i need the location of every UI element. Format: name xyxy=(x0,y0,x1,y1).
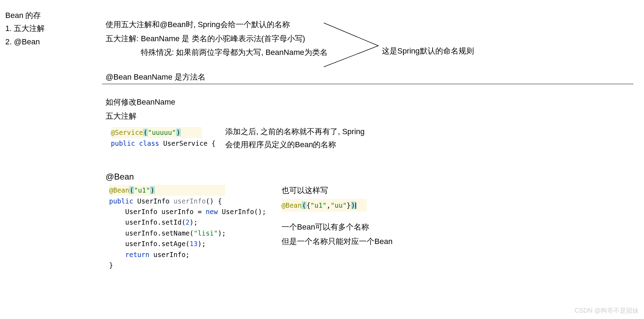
note-line: 一个Bean可以有多个名称 xyxy=(282,220,392,234)
horizontal-divider xyxy=(102,84,633,84)
method-name: userInfo xyxy=(173,197,206,205)
top-line-1: 使用五大注解和@Bean时, Spring会给一个默认的名称 xyxy=(106,18,633,32)
keyword-class: class xyxy=(139,139,159,147)
code-bean-method: @Bean("u1") public UserInfo userInfo() {… xyxy=(109,184,266,271)
code-text: ); xyxy=(198,240,206,248)
number-literal: 13 xyxy=(190,240,198,248)
code-text: UserInfo userInfo = xyxy=(125,208,206,215)
sec2-heading-1: 如何修改BeanName xyxy=(106,95,215,109)
note-line: 添加之后, 之前的名称就不再有了, Spring xyxy=(225,125,365,138)
annotation-arg: "u1" xyxy=(134,186,150,194)
top-line-4: @Bean BeanName 是方法名 xyxy=(106,70,633,84)
code-text: userInfo; xyxy=(149,251,189,258)
sec2-heading-2: 五大注解 xyxy=(106,109,215,123)
sidebar: Bean 的存 1. 五大注解 2. @Bean xyxy=(5,9,45,48)
keyword-public: public xyxy=(109,197,133,205)
cursor-icon xyxy=(355,202,356,209)
annotation: @Bean xyxy=(282,201,302,209)
sec3-right: 也可以这样写 @Bean({"u1","uu"}) 一个Bean可以有多个名称 … xyxy=(282,183,392,249)
code-text: userInfo.setName( xyxy=(125,229,194,237)
code-text: ); xyxy=(218,229,226,237)
note-line: 会使用程序员定义的Bean的名称 xyxy=(225,138,365,151)
sec2-note: 添加之后, 之前的名称就不再有了, Spring 会使用程序员定义的Bean的名… xyxy=(225,125,365,151)
section-bean: @Bean @Bean("u1") public UserInfo userIn… xyxy=(106,169,266,271)
keyword-new: new xyxy=(206,208,218,215)
number-literal: 2 xyxy=(185,218,189,226)
code-text: () { xyxy=(206,197,222,205)
code-bean-multi: @Bean({"u1","uu"}) xyxy=(282,199,367,212)
watermark: CSDN @狗哥不是甜妹 xyxy=(575,306,639,315)
return-type: UserInfo xyxy=(137,197,170,205)
top-line-2: 五大注解: BeanName 是 类名的小驼峰表示法(首字母小写) xyxy=(106,32,633,46)
sec3-heading: @Bean xyxy=(106,169,266,184)
string-literal: "lisi" xyxy=(194,229,218,237)
top-line-3: 特殊情况: 如果前两位字母都为大写, BeanName为类名 xyxy=(106,45,633,60)
sidebar-title: Bean 的存 xyxy=(5,9,45,22)
code-text: UserInfo(); xyxy=(218,208,266,215)
sidebar-item: 2. @Bean xyxy=(5,35,45,48)
keyword-return: return xyxy=(125,251,150,258)
annotation: @Service xyxy=(111,129,143,136)
keyword-public: public xyxy=(111,139,135,147)
annotation: @Bean xyxy=(109,186,129,194)
code-text: userInfo.setAge( xyxy=(125,240,190,248)
also-write: 也可以这样写 xyxy=(282,183,392,198)
sidebar-item: 1. 五大注解 xyxy=(5,22,45,35)
code-text: } xyxy=(109,261,113,269)
section-rename: 如何修改BeanName 五大注解 @Service("uuuuu") publ… xyxy=(106,95,215,149)
code-text: userInfo.setId( xyxy=(125,218,186,226)
code-service: @Service("uuuuu") public class UserServi… xyxy=(111,126,215,149)
note-line: 但是一个名称只能对应一个Bean xyxy=(282,234,392,249)
right-annotation: 这是Spring默认的命名规则 xyxy=(382,46,474,56)
annotation-arg: "uuuuu" xyxy=(148,129,176,136)
code-text: ); xyxy=(190,218,198,226)
class-name: UserService { xyxy=(163,139,216,147)
top-section: 使用五大注解和@Bean时, Spring会给一个默认的名称 五大注解: Bea… xyxy=(106,18,633,84)
